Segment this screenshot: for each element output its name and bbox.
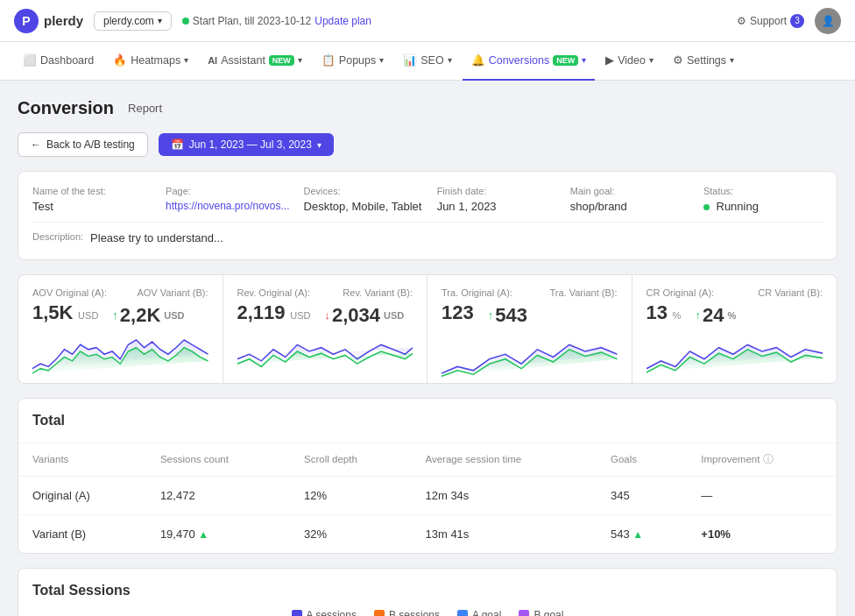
table-row: Variant (B) 19,470 ▲ 32% 13m 41s 543 ▲ +… [18, 514, 837, 553]
legend-label-b-sessions: B sessions [389, 609, 440, 617]
nav-label-conversions: Conversions [489, 54, 549, 67]
nav-item-heatmaps[interactable]: 🔥 Heatmaps ▾ [104, 42, 197, 81]
date-range-label: Jun 1, 2023 — Jul 3, 2023 [189, 138, 312, 151]
info-desc-label: Description: [32, 231, 83, 242]
table-header-row: Variants Sessions count Scroll depth Ave… [18, 443, 837, 477]
col-improvement: Improvement ⓘ [687, 443, 837, 477]
page-header: Conversion Report [18, 98, 837, 118]
domain-selector[interactable]: plerdy.com ▾ [94, 11, 172, 31]
back-to-ab-button[interactable]: ← Back to A/B testing [18, 132, 148, 157]
info-name: Name of the test: Test [32, 186, 152, 213]
logo: P plerdy [14, 9, 83, 33]
row-variant-b: Variant (B) [18, 514, 146, 553]
metric-rev-value-a: 2,119 [237, 301, 286, 323]
new-badge-conversions: NEW [553, 55, 578, 66]
info-page: Page: https://novena.pro/novos... [166, 186, 289, 213]
status-text: Running [717, 200, 759, 213]
chart-cr [647, 330, 823, 383]
chevron-down-icon: ▾ [448, 55, 452, 65]
update-plan-link[interactable]: Update plan [314, 15, 371, 27]
chevron-down-icon: ▾ [730, 55, 734, 65]
info-status-value: Running [703, 200, 823, 213]
metric-rev-unit-b: USD [384, 310, 404, 321]
status-running-dot [703, 204, 710, 210]
dashboard-icon: ⬜ [23, 53, 37, 67]
legend-label-a-goal: A goal [472, 609, 501, 617]
info-desc-row: Description: Please try to understand... [32, 222, 823, 245]
support-count: 3 [790, 14, 804, 28]
gear-icon: ⚙ [737, 15, 746, 27]
user-avatar[interactable]: 👤 [815, 8, 841, 34]
row-goals-a: 345 [597, 476, 687, 514]
plan-text: Start Plan, till 2023-10-12 [193, 15, 311, 27]
legend-dot-b-goal [519, 610, 529, 617]
nav-item-video[interactable]: ▶ Video ▾ [597, 42, 662, 81]
info-name-label: Name of the test: [32, 186, 152, 196]
action-row: ← Back to A/B testing 📅 Jun 1, 2023 — Ju… [18, 132, 837, 157]
info-devices: Devices: Desktop, Mobile, Tablet [304, 186, 423, 213]
back-btn-label: Back to A/B testing [46, 138, 135, 151]
col-variants: Variants [18, 443, 146, 477]
metric-cr-unit-b: % [727, 310, 736, 321]
chevron-down-icon: ▾ [184, 55, 188, 65]
seo-icon: 📊 [403, 53, 417, 67]
info-page-value[interactable]: https://novena.pro/novos... [166, 200, 289, 212]
metric-aov-unit-a: USD [78, 310, 98, 321]
legend-a-goal: A goal [457, 609, 501, 617]
nav-item-assistant[interactable]: AI Assistant NEW ▾ [199, 42, 311, 81]
domain-label: plerdy.com [103, 15, 154, 27]
row-improvement-a: — [687, 476, 837, 514]
info-status: Status: Running [703, 186, 823, 213]
info-goal-label: Main goal: [570, 186, 689, 196]
metric-tra-label-a: Tra. Original (A): [442, 287, 512, 298]
metric-aov-value-b: 2,2K [120, 304, 160, 327]
info-grid: Name of the test: Test Page: https://nov… [32, 186, 823, 213]
logo-icon: P [14, 9, 39, 33]
table-row: Original (A) 12,472 12% 12m 34s 345 — [18, 476, 837, 514]
row-goals-b: 543 ▲ [597, 514, 687, 553]
info-goal-value: shop/brand [570, 200, 689, 213]
col-goals: Goals [597, 443, 687, 477]
metric-cr-label-a: CR Original (A): [647, 287, 715, 298]
info-devices-label: Devices: [304, 186, 423, 196]
total-table: Variants Sessions count Scroll depth Ave… [18, 443, 837, 553]
metric-tra-value-b: 543 [495, 304, 527, 327]
support-button[interactable]: ⚙ Support 3 [737, 14, 804, 28]
chevron-down-icon: ▾ [298, 55, 302, 65]
info-name-value: Test [32, 200, 152, 213]
info-page-label: Page: [166, 186, 289, 196]
sessions-up-icon: ▲ [198, 528, 208, 541]
col-scroll: Scroll depth [290, 443, 411, 477]
topbar-right: ⚙ Support 3 👤 [737, 8, 841, 34]
legend-b-sessions: B sessions [374, 609, 440, 617]
conversions-icon: 🔔 [471, 53, 485, 67]
row-sessions-a: 12,472 [146, 476, 290, 514]
metric-cr-label-b: CR Variant (B): [758, 287, 823, 298]
nav-item-conversions[interactable]: 🔔 Conversions NEW ▾ [463, 42, 595, 81]
nav-item-popups[interactable]: 📋 Popups ▾ [313, 42, 392, 81]
nav-item-dashboard[interactable]: ⬜ Dashboard [14, 42, 102, 81]
metric-cr-value-a: 13 [647, 301, 668, 323]
page-title: Conversion [18, 98, 114, 118]
metric-tra-value-a: 123 [442, 301, 474, 323]
test-info-card: Name of the test: Test Page: https://nov… [18, 171, 837, 260]
date-range-button[interactable]: 📅 Jun 1, 2023 — Jul 3, 2023 ▾ [159, 133, 334, 156]
metric-tra-label-b: Tra. Variant (B): [549, 287, 617, 298]
improvement-info-icon[interactable]: ⓘ [763, 453, 774, 465]
metric-aov-unit-b: USD [164, 310, 184, 321]
total-card: Total Variants Sessions count Scroll dep… [18, 398, 837, 554]
metric-rev-label-b: Rev. Variant (B): [343, 287, 413, 298]
popups-icon: 📋 [322, 53, 336, 67]
report-link[interactable]: Report [128, 102, 162, 115]
table-body: Original (A) 12,472 12% 12m 34s 345 — Va… [18, 476, 837, 553]
info-finish-value: Jun 1, 2023 [437, 200, 556, 213]
legend-dot-a-goal [457, 610, 468, 617]
nav-item-seo[interactable]: 📊 SEO ▾ [394, 42, 460, 81]
col-avg-time: Average session time [411, 443, 597, 477]
metric-rev: Rev. Original (A): Rev. Variant (B): 2,1… [223, 275, 428, 383]
nav-item-settings[interactable]: ⚙ Settings ▾ [664, 42, 743, 81]
row-sessions-b: 19,470 ▲ [146, 514, 290, 553]
nav-label-assistant: Assistant [221, 54, 265, 67]
total-title: Total [18, 399, 837, 443]
video-icon: ▶ [605, 53, 614, 67]
